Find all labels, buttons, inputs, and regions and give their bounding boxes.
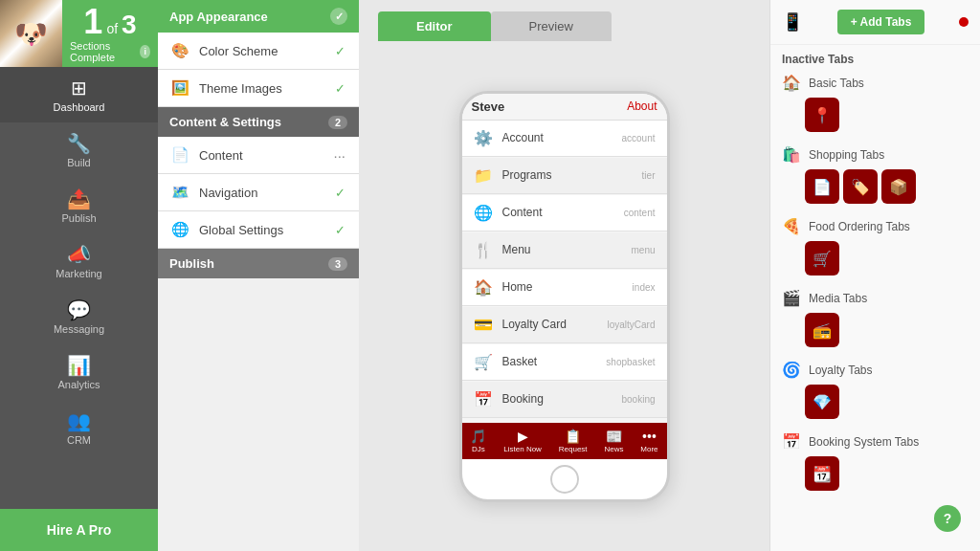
booking-tab-icon-0[interactable]: 📆 — [805, 456, 839, 491]
basket-icon: 🛒 — [474, 353, 493, 371]
booking-label: Booking — [502, 392, 544, 406]
food-tabs-icon: 🍕 — [782, 217, 801, 235]
info-icon: i — [140, 45, 150, 58]
sidebar-item-analytics[interactable]: 📊 Analytics — [0, 344, 158, 400]
loyalty-tab-icon-0[interactable]: 💎 — [805, 385, 839, 419]
phone-container: Steve About ⚙️ Account account 📁 Program… — [359, 41, 769, 551]
programs-label: Programs — [502, 168, 552, 182]
theme-images-item[interactable]: 🖼️ Theme Images ✓ — [158, 70, 359, 107]
content-item[interactable]: 📄 Content ··· — [158, 137, 359, 174]
news-label: News — [604, 445, 623, 453]
color-scheme-check: ✓ — [335, 44, 345, 58]
device-icon: 📱 — [782, 11, 803, 33]
content-settings-header: Content & Settings 2 — [158, 107, 359, 137]
phone-home-button[interactable] — [550, 465, 579, 494]
loyalty-tabs-label: 🌀 Loyalty Tabs — [782, 361, 969, 379]
sidebar-item-build[interactable]: 🔧 Build — [0, 122, 158, 178]
booking-value: booking — [621, 394, 655, 405]
sidebar-item-label: Marketing — [56, 268, 101, 279]
bottom-bar-request[interactable]: 📋 Request — [559, 429, 588, 453]
phone-menu-content[interactable]: 🌐 Content content — [462, 195, 667, 231]
tab-group-food: 🍕 Food Ordering Tabs 🛒 — [770, 213, 980, 285]
navigation-icon: 🗺️ — [171, 184, 189, 201]
tab-group-loyalty: 🌀 Loyalty Tabs 💎 — [770, 357, 980, 429]
basic-tabs-label: 🏠 Basic Tabs — [782, 74, 969, 92]
basket-value: shopbasket — [606, 357, 655, 367]
sidebar-item-publish[interactable]: 📤 Publish — [0, 178, 158, 233]
bottom-bar-more[interactable]: ••• More — [640, 429, 657, 453]
phone-menu-list: ⚙️ Account account 📁 Programs tier 🌐 Con… — [462, 121, 667, 423]
sidebar-item-crm[interactable]: 👥 CRM — [0, 400, 158, 455]
listen-label: Listen Now — [503, 445, 542, 453]
content-settings-badge: 2 — [328, 116, 347, 129]
bottom-bar-listen[interactable]: ▶ Listen Now — [503, 429, 542, 453]
basic-tab-icon-0[interactable]: 📍 — [805, 98, 839, 132]
more-icon: ••• — [642, 429, 657, 444]
phone-menu-loyalty[interactable]: 💳 Loyalty Card loyaltyCard — [462, 307, 667, 343]
account-value: account — [621, 133, 655, 143]
booking-cal-icon: 📆 — [813, 465, 832, 483]
shopping-tab-icon-2[interactable]: 📦 — [881, 169, 916, 204]
menu-icon: 🍴 — [474, 241, 493, 259]
phone-menu-account[interactable]: ⚙️ Account account — [462, 121, 667, 157]
booking-tabs-icons: 📆 — [782, 454, 969, 496]
content-icon: 🌐 — [474, 204, 493, 222]
phone-menu-booking[interactable]: 📅 Booking booking — [462, 382, 667, 418]
directions-icon: 📍 — [813, 106, 832, 124]
middle-panel: App Appearance ✓ 🎨 Color Scheme ✓ 🖼️ The… — [158, 0, 359, 551]
tab-editor[interactable]: Editor — [378, 11, 491, 41]
orders-icon: 📄 — [813, 178, 832, 196]
shopping-tab-icon-1[interactable]: 🏷️ — [843, 169, 878, 204]
phone-header: Steve About — [462, 94, 667, 121]
content-icon: 📄 — [171, 146, 189, 164]
basket-label: Basket — [502, 355, 538, 368]
help-button[interactable]: ? — [934, 505, 961, 532]
section-check-icon: ✓ — [330, 8, 347, 25]
sidebar-item-dashboard[interactable]: ⊞ Dashboard — [0, 67, 158, 122]
tab-preview[interactable]: Preview — [491, 11, 612, 41]
booking-tabs-label: 📅 Booking System Tabs — [782, 432, 969, 451]
theme-images-check: ✓ — [335, 81, 345, 96]
phone-bottom-bar: 🎵 DJs ▶ Listen Now 📋 Request 📰 News ••• — [462, 423, 667, 459]
basic-tabs-icon: 🏠 — [782, 74, 801, 92]
color-scheme-item[interactable]: 🎨 Color Scheme ✓ — [158, 33, 359, 70]
shopping-tab-icon-0[interactable]: 📄 — [805, 169, 839, 204]
sidebar-header: 🐶 1 of 3 Sections Complete i — [0, 0, 158, 67]
home-icon: 🏠 — [474, 278, 493, 297]
home-label: Home — [502, 280, 533, 294]
menu-label: Menu — [502, 243, 531, 256]
programs-value: tier — [642, 170, 656, 181]
loyalty-tabs-icon: 🌀 — [782, 361, 801, 379]
food-tab-icon-0[interactable]: 🛒 — [805, 241, 839, 276]
hire-pro-button[interactable]: Hire A Pro — [0, 509, 158, 551]
sidebar-item-messaging[interactable]: 💬 Messaging — [0, 289, 158, 344]
phone-menu-programs[interactable]: 📁 Programs tier — [462, 158, 667, 194]
menu-value: menu — [631, 245, 655, 255]
bottom-bar-news[interactable]: 📰 News — [604, 429, 623, 453]
navigation-item[interactable]: 🗺️ Navigation ✓ — [158, 174, 359, 211]
phone-menu-menu[interactable]: 🍴 Menu menu — [462, 232, 667, 269]
bottom-bar-djs[interactable]: 🎵 DJs — [470, 429, 486, 453]
media-tabs-icon: 🎬 — [782, 289, 801, 307]
editor-preview-tabs: Editor Preview — [359, 0, 769, 41]
sidebar-item-label: Build — [67, 157, 90, 168]
global-settings-item[interactable]: 🌐 Global Settings ✓ — [158, 211, 359, 249]
nav-items: ⊞ Dashboard 🔧 Build 📤 Publish 📣 Marketin… — [0, 67, 158, 455]
color-scheme-icon: 🎨 — [171, 42, 189, 59]
food-tabs-label: 🍕 Food Ordering Tabs — [782, 217, 969, 235]
sections-total: 3 — [122, 10, 137, 40]
sidebar-item-label: Dashboard — [54, 101, 105, 113]
phone-user-name: Steve — [472, 99, 505, 114]
media-tab-icon-0[interactable]: 📻 — [805, 313, 839, 347]
phone-menu-basket[interactable]: 🛒 Basket shopbasket — [462, 344, 667, 381]
listen-icon: ▶ — [518, 429, 528, 444]
add-tabs-button[interactable]: + Add Tabs — [837, 10, 925, 34]
phone-about-link[interactable]: About — [627, 99, 657, 113]
request-icon: 📋 — [565, 429, 581, 444]
media-tabs-label: 🎬 Media Tabs — [782, 289, 969, 307]
sidebar-item-label: Publish — [61, 212, 96, 224]
phone-menu-home[interactable]: 🏠 Home index — [462, 270, 667, 306]
sidebar: 🐶 1 of 3 Sections Complete i ⊞ Dashboard… — [0, 0, 158, 551]
radio-icon: 📻 — [813, 321, 832, 340]
sidebar-item-marketing[interactable]: 📣 Marketing — [0, 233, 158, 289]
